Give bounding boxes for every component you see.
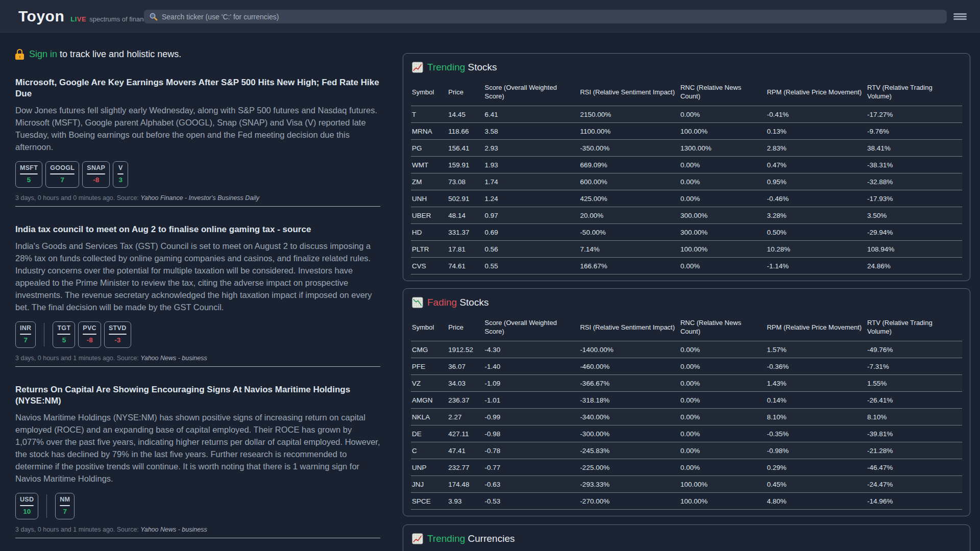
ticker-badge[interactable]: NM7 <box>55 493 75 519</box>
stock-value: 1.57% <box>766 341 866 358</box>
stock-row[interactable]: SPCE3.93-0.53-270.00%100.00%4.80%-14.96% <box>411 493 962 510</box>
ticker-symbol: TGT <box>57 324 70 332</box>
stock-value: -0.46% <box>766 190 866 207</box>
stock-symbol: PFE <box>411 358 447 375</box>
stock-symbol: PLTR <box>411 241 447 258</box>
stock-value: 3.93 <box>447 493 483 510</box>
stock-symbol: T <box>411 106 447 123</box>
stock-row[interactable]: UNP232.77-0.77-225.00%0.00%0.29%-46.47% <box>411 459 962 476</box>
ticker-badge[interactable]: V3 <box>113 161 128 188</box>
stock-row[interactable]: UBER48.140.9720.00%300.00%3.28%3.50% <box>411 207 962 224</box>
stock-symbol: UNP <box>411 459 447 476</box>
article-title[interactable]: India tax council to meet on Aug 2 to fi… <box>15 224 380 235</box>
stock-value: -225.00% <box>579 459 679 476</box>
ticker-badge[interactable]: MSFT5 <box>15 161 42 188</box>
stock-value: -9.76% <box>866 123 962 140</box>
signin-link[interactable]: Sign in <box>29 49 57 59</box>
stock-value: 108.94% <box>866 241 962 258</box>
badge-group-divider <box>44 323 44 346</box>
stock-symbol: MRNA <box>411 123 447 140</box>
badge-divider-line <box>87 173 105 174</box>
stock-row[interactable]: NKLA2.27-0.99-340.00%0.00%8.10%8.10% <box>411 409 962 425</box>
stock-value: -4.30 <box>484 341 579 358</box>
stock-row[interactable]: UNH502.911.24425.00%0.00%-0.46%-17.93% <box>411 190 962 207</box>
stock-row[interactable]: WMT159.911.93669.09%0.00%0.47%-38.31% <box>411 157 962 173</box>
stock-row[interactable]: ZM73.081.74600.00%0.00%0.95%-32.88% <box>411 173 962 190</box>
stock-row[interactable]: CMG1912.52-4.30-1400.00%0.00%1.57%-49.76… <box>411 341 962 358</box>
stock-value: 0.45% <box>766 476 866 493</box>
ticker-badge[interactable]: USD10 <box>15 493 38 519</box>
stock-value: -14.96% <box>866 493 962 510</box>
article-title[interactable]: Returns On Capital Are Showing Encouragi… <box>15 384 380 407</box>
stock-row[interactable]: VZ34.03-1.09-366.67%0.00%1.43%1.55% <box>411 375 962 392</box>
header-bar: Toyon LIVE spectrums of finance <box>0 0 980 33</box>
stock-symbol: PG <box>411 140 447 157</box>
search-bar[interactable] <box>144 10 947 23</box>
article-divider <box>15 538 380 538</box>
stock-row[interactable]: PG156.412.93-350.00%1300.00%2.83%38.41% <box>411 140 962 157</box>
stock-row[interactable]: PLTR17.810.567.14%100.00%10.28%108.94% <box>411 241 962 258</box>
badge-group: USD10 <box>15 493 38 519</box>
stock-symbol: UNH <box>411 190 447 207</box>
stock-symbol: WMT <box>411 157 447 173</box>
stock-value: -270.00% <box>579 493 679 510</box>
app-logo: Toyon <box>18 8 64 25</box>
stock-row[interactable]: AMGN236.37-1.01-318.18%0.00%0.14%-26.41% <box>411 392 962 409</box>
stock-value: -29.94% <box>866 224 962 241</box>
column-header: RNC (Relative News Count) <box>679 81 766 106</box>
stock-value: 156.41 <box>447 140 483 157</box>
ticker-badge[interactable]: INR7 <box>15 321 36 348</box>
ticker-badge[interactable]: GOOGL7 <box>45 161 79 188</box>
stock-row[interactable]: MRNA118.663.581100.00%100.00%0.13%-9.76% <box>411 123 962 140</box>
ticker-badge[interactable]: TGT5 <box>53 321 75 348</box>
stock-value: 502.91 <box>447 190 483 207</box>
stock-value: 300.00% <box>679 224 766 241</box>
stock-value: 6.41 <box>484 106 579 123</box>
column-header: Symbol <box>411 81 447 106</box>
stock-value: 2.27 <box>447 409 483 425</box>
ticker-badge-row: INR7TGT5PVC-8STVD-3 <box>15 321 380 348</box>
trending-currencies-card: Trending Currencies <box>403 524 970 551</box>
stock-row[interactable]: PFE36.07-1.40-460.00%0.00%-0.36%-7.31% <box>411 358 962 375</box>
stock-value: -0.78 <box>484 442 579 459</box>
stock-value: 331.37 <box>447 224 483 241</box>
stock-value: 0.00% <box>679 358 766 375</box>
stock-symbol: HD <box>411 224 447 241</box>
stock-row[interactable]: CVS74.610.55166.67%0.00%-1.14%24.86% <box>411 258 962 274</box>
column-header: Price <box>447 316 483 341</box>
ticker-score: 7 <box>23 336 28 344</box>
ticker-badge[interactable]: STVD-3 <box>104 321 131 348</box>
stock-value: 0.00% <box>679 392 766 409</box>
stock-value: 24.86% <box>866 258 962 274</box>
stock-row[interactable]: JNJ174.48-0.63-293.33%100.00%0.45%-24.47… <box>411 476 962 493</box>
ticker-symbol: INR <box>20 324 31 332</box>
stock-value: 74.61 <box>447 258 483 274</box>
ticker-badge[interactable]: PVC-8 <box>78 321 101 348</box>
ticker-score: -8 <box>87 336 93 344</box>
stock-value: 14.45 <box>447 106 483 123</box>
stock-row[interactable]: HD331.370.69-50.00%300.00%0.50%-29.94% <box>411 224 962 241</box>
stock-row[interactable]: C47.41-0.78-245.83%0.00%-0.98%-21.28% <box>411 442 962 459</box>
hamburger-menu-icon[interactable] <box>953 13 967 20</box>
article-title[interactable]: Microsoft, Google Are Key Earnings Mover… <box>15 77 380 99</box>
ticker-score: 5 <box>27 176 31 184</box>
stock-value: 1100.00% <box>579 123 679 140</box>
stock-value: -0.63 <box>484 476 579 493</box>
stock-value: -21.28% <box>866 442 962 459</box>
ticker-score: 7 <box>60 176 64 184</box>
search-input[interactable] <box>162 13 942 21</box>
stock-symbol: NKLA <box>411 409 447 425</box>
badge-divider-line <box>20 505 34 506</box>
badge-divider-line <box>57 334 70 335</box>
badge-group: MSFT5GOOGL7SNAP-8V3 <box>15 161 128 188</box>
badge-divider-line <box>60 505 70 506</box>
stock-value: 0.14% <box>766 392 866 409</box>
stock-row[interactable]: DE427.11-0.98-300.00%0.00%-0.35%-39.81% <box>411 425 962 442</box>
column-header: Symbol <box>411 316 447 341</box>
stock-row[interactable]: T14.456.412150.00%0.00%-0.41%-17.27% <box>411 106 962 123</box>
chart-increasing-icon <box>412 533 423 544</box>
badge-group: TGT5PVC-8STVD-3 <box>53 321 131 348</box>
ticker-badge[interactable]: SNAP-8 <box>82 161 110 188</box>
stock-value: 7.14% <box>579 241 679 258</box>
ticker-symbol: NM <box>60 496 70 503</box>
